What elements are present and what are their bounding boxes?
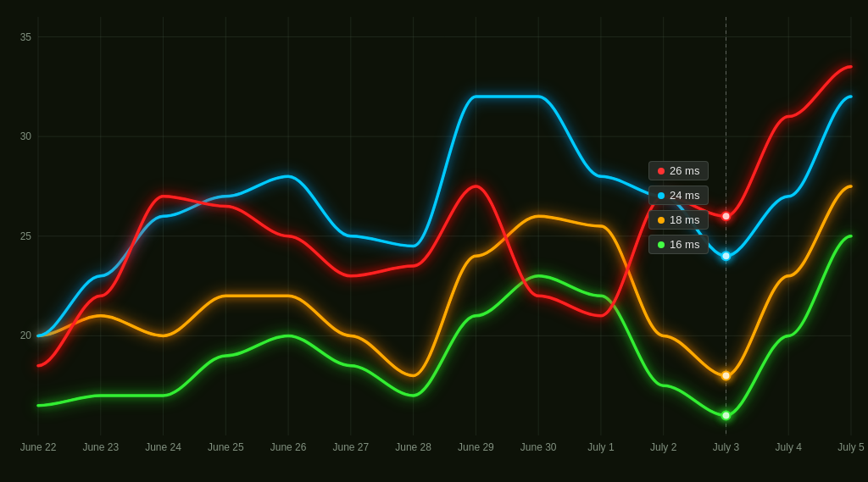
tooltip-dot-cyan: [658, 192, 665, 199]
tooltip-value-red: 26 ms: [670, 164, 699, 177]
tooltip-dot-green: [658, 241, 665, 248]
tooltip-dot-red: [658, 168, 665, 175]
tooltip-red: 26 ms: [648, 161, 709, 180]
tooltip-value-cyan: 24 ms: [670, 189, 699, 202]
tooltip-green: 16 ms: [648, 235, 709, 254]
tooltip-dot-orange: [658, 217, 665, 224]
tooltip-group: 26 ms 24 ms 18 ms 16 ms: [648, 161, 709, 254]
tooltip-cyan: 24 ms: [648, 186, 709, 205]
chart-container: 26 ms 24 ms 18 ms 16 ms: [0, 0, 868, 482]
tooltip-value-orange: 18 ms: [670, 213, 699, 226]
tooltip-orange: 18 ms: [648, 210, 709, 230]
tooltip-value-green: 16 ms: [670, 238, 699, 251]
chart-canvas: [0, 0, 868, 482]
